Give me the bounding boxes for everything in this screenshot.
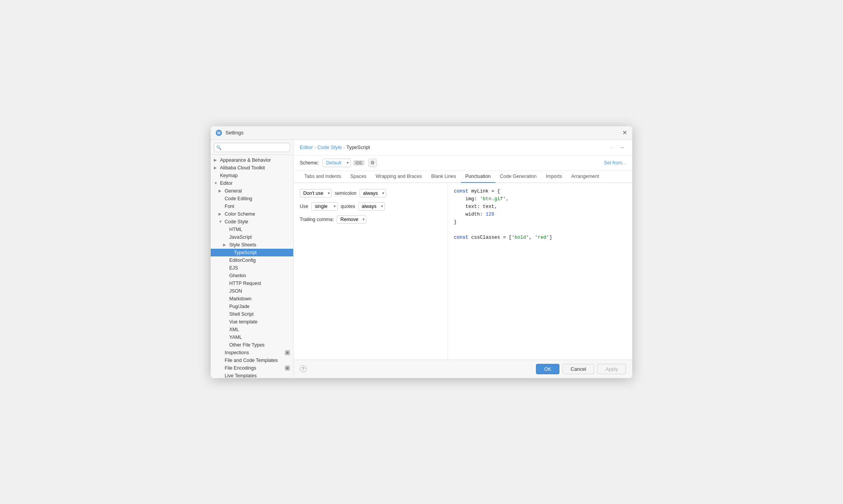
sidebar-item-color-scheme[interactable]: ▶Color Scheme <box>211 210 293 218</box>
sidebar-item-markdown[interactable]: Markdown <box>211 295 293 303</box>
nav-back-button[interactable]: ← <box>608 144 616 151</box>
sidebar-item-xml[interactable]: XML <box>211 326 293 333</box>
code-plain: myLink = { <box>471 189 500 194</box>
sidebar-item-json[interactable]: JSON <box>211 287 293 295</box>
cancel-button[interactable]: Cancel <box>563 364 594 374</box>
help-button[interactable]: ? <box>300 365 307 372</box>
sidebar-item-live-templates[interactable]: Live Templates <box>211 372 293 378</box>
sidebar-item-label-vue-template: Vue template <box>229 319 290 325</box>
sidebar-item-file-encodings[interactable]: File Encodings⊞ <box>211 364 293 372</box>
sidebar-item-label-inspections: Inspections <box>225 350 283 355</box>
option-row-3: Trailing comma: Remove Add Keep <box>300 215 441 224</box>
semicolon-label: semicolon <box>335 191 356 196</box>
tab-spaces[interactable]: Spaces <box>346 171 371 183</box>
tab-blank-lines[interactable]: Blank Lines <box>427 171 461 183</box>
code-keyword: const <box>454 235 471 240</box>
scheme-ide-badge: IDE <box>353 160 364 166</box>
trailing-comma-dropdown[interactable]: Remove Add Keep <box>337 215 366 224</box>
main-layout: 🔍 ▶Appearance & Behavior▶Alibaba Cloud T… <box>211 140 632 378</box>
tab-punctuation[interactable]: Punctuation <box>461 171 495 183</box>
sidebar-item-keymap[interactable]: Keymap <box>211 172 293 179</box>
option-row-2: Use single double quotes always never <box>300 202 441 211</box>
sidebar-item-label-typescript: TypeScript <box>234 250 290 255</box>
sidebar-item-label-editorconfig: EditorConfig <box>229 258 290 263</box>
set-from-button[interactable]: Set from... <box>604 160 626 166</box>
use-label: Use <box>300 204 308 209</box>
tab-wrapping[interactable]: Wrapping and Braces <box>371 171 427 183</box>
sidebar-item-other-file-types[interactable]: Other File Types <box>211 341 293 349</box>
sidebar-item-vue-template[interactable]: Vue template <box>211 318 293 326</box>
ok-button[interactable]: OK <box>536 364 559 374</box>
sidebar-item-code-editing[interactable]: Code Editing <box>211 195 293 203</box>
trailing-comma-label: Trailing comma: <box>300 217 334 222</box>
scheme-select-wrap: Default <box>322 159 351 167</box>
sidebar-item-appearance[interactable]: ▶Appearance & Behavior <box>211 156 293 164</box>
code-keyword: const <box>454 189 471 194</box>
semicolon-use-dropdown[interactable]: Don't use Use <box>300 189 332 198</box>
sidebar-item-editorconfig[interactable]: EditorConfig <box>211 256 293 264</box>
code-plain: } <box>454 219 457 225</box>
sidebar-item-http-request[interactable]: HTTP Request <box>211 280 293 287</box>
scheme-label: Scheme: <box>300 160 319 166</box>
svg-text:W: W <box>217 131 221 135</box>
sidebar-item-style-sheets[interactable]: ▶Style Sheets <box>211 241 293 249</box>
quotes-type-dropdown[interactable]: single double <box>311 202 338 211</box>
tab-imports[interactable]: Imports <box>541 171 567 183</box>
sidebar-item-label-json: JSON <box>229 288 290 294</box>
sidebar-item-label-pug-jade: Pug/Jade <box>229 304 290 309</box>
tree-arrow-style-sheets: ▶ <box>223 243 228 247</box>
scheme-select[interactable]: Default <box>322 159 351 167</box>
gear-button[interactable]: ⚙ <box>368 159 377 167</box>
sidebar-item-yaml[interactable]: YAML <box>211 333 293 341</box>
code-string: 'btn.gif', <box>480 196 509 202</box>
nav-forward-button[interactable]: → <box>618 144 626 151</box>
quotes-always-dropdown[interactable]: always never <box>358 202 385 211</box>
sidebar-item-label-style-sheets: Style Sheets <box>229 242 290 248</box>
sidebar-item-pug-jade[interactable]: Pug/Jade <box>211 303 293 310</box>
code-string: 'red' <box>535 235 549 240</box>
tree-arrow-alibaba: ▶ <box>214 166 219 170</box>
search-input[interactable] <box>214 143 290 152</box>
tree-arrow-code-style: ▼ <box>218 219 224 224</box>
code-plain: width: <box>454 212 486 217</box>
search-icon: 🔍 <box>216 145 222 150</box>
sidebar-item-font[interactable]: Font <box>211 203 293 210</box>
tabs-row: Tabs and IndentsSpacesWrapping and Brace… <box>294 171 632 183</box>
sidebar-item-file-code-templates[interactable]: File and Code Templates <box>211 357 293 364</box>
tab-code-generation[interactable]: Code Generation <box>495 171 541 183</box>
sidebar-item-label-file-code-templates: File and Code Templates <box>225 358 290 363</box>
code-plain: img: <box>454 196 480 202</box>
sidebar-item-javascript[interactable]: JavaScript <box>211 233 293 241</box>
code-line <box>454 226 626 234</box>
tab-arrangement[interactable]: Arrangement <box>566 171 603 183</box>
breadcrumb-code-style[interactable]: Code Style <box>317 144 342 150</box>
code-number: 128 <box>486 212 495 217</box>
sidebar-item-typescript[interactable]: TypeScript <box>211 249 293 256</box>
close-button[interactable]: ✕ <box>621 130 628 136</box>
semicolon-always-dropdown[interactable]: always never <box>359 189 386 198</box>
tree-arrow-general: ▶ <box>218 189 224 193</box>
sidebar-item-editor[interactable]: ▼Editor <box>211 179 293 187</box>
breadcrumb-editor[interactable]: Editor <box>300 144 313 150</box>
sidebar-item-gherkin[interactable]: Gherkin <box>211 272 293 280</box>
sidebar-item-shell-script[interactable]: Shell Script <box>211 310 293 318</box>
apply-button[interactable]: Apply <box>597 364 626 374</box>
code-plain: text: text, <box>454 204 497 209</box>
tab-tabs-indents[interactable]: Tabs and Indents <box>300 171 346 183</box>
sidebar-item-general[interactable]: ▶General <box>211 187 293 195</box>
sidebar-item-label-file-encodings: File Encodings <box>225 365 283 371</box>
search-wrap: 🔍 <box>214 143 290 152</box>
always-dropdown-wrap-1: always never <box>359 189 386 198</box>
sidebar-item-ejs[interactable]: EJS <box>211 264 293 272</box>
sidebar-item-html[interactable]: HTML <box>211 226 293 233</box>
sidebar-item-alibaba[interactable]: ▶Alibaba Cloud Toolkit <box>211 164 293 172</box>
code-line: img: 'btn.gif', <box>454 195 626 203</box>
app-icon: W <box>215 129 222 136</box>
sidebar-item-inspections[interactable]: Inspections⊞ <box>211 349 293 357</box>
sidebar-item-code-style[interactable]: ▼Code Style <box>211 218 293 226</box>
always-dropdown-wrap-2: always never <box>358 202 385 211</box>
sidebar-item-label-font: Font <box>225 204 290 209</box>
settings-window: W Settings ✕ 🔍 ▶Appearance & Behavior▶Al… <box>211 126 632 378</box>
nav-arrows: ← → <box>608 144 626 151</box>
tree-arrow-appearance: ▶ <box>214 158 219 162</box>
